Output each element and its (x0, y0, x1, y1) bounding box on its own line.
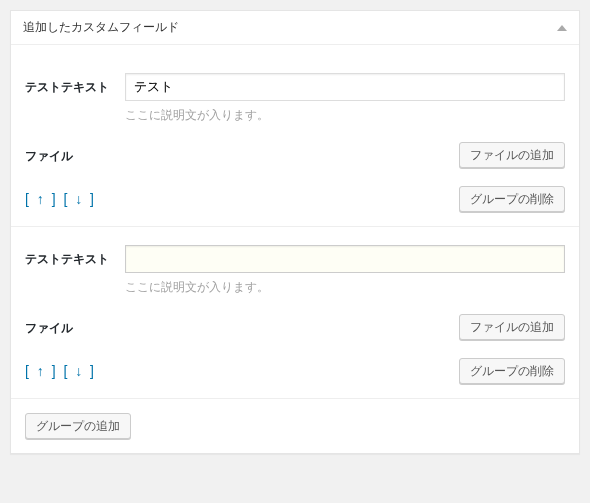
group-footer: [ ↑ ] [ ↓ ] グループの削除 (25, 186, 565, 212)
panel-body: テストテキスト ここに説明文が入ります。 ファイル ファイルの追加 [ ↑ ] … (11, 45, 579, 398)
text-field-description: ここに説明文が入ります。 (125, 279, 565, 296)
file-field-control: ファイルの追加 (125, 314, 565, 340)
file-field-label: ファイル (25, 314, 125, 337)
move-arrows: [ ↑ ] [ ↓ ] (25, 363, 96, 379)
field-group: テストテキスト ここに説明文が入ります。 ファイル ファイルの追加 [ ↑ ] … (11, 226, 579, 398)
text-field-row: テストテキスト ここに説明文が入ります。 (25, 245, 565, 296)
text-input[interactable] (125, 245, 565, 273)
file-field-row: ファイル ファイルの追加 (25, 142, 565, 168)
panel-title: 追加したカスタムフィールド (23, 19, 179, 36)
file-field-row: ファイル ファイルの追加 (25, 314, 565, 340)
panel-footer: グループの追加 (11, 398, 579, 453)
text-field-label: テストテキスト (25, 73, 125, 96)
text-field-description: ここに説明文が入ります。 (125, 107, 565, 124)
add-group-button[interactable]: グループの追加 (25, 413, 131, 439)
delete-group-button[interactable]: グループの削除 (459, 358, 565, 384)
panel-header: 追加したカスタムフィールド (11, 11, 579, 45)
collapse-icon[interactable] (557, 25, 567, 31)
arrow-down-icon[interactable]: [ ↓ ] (63, 363, 96, 379)
add-file-button[interactable]: ファイルの追加 (459, 314, 565, 340)
field-group: テストテキスト ここに説明文が入ります。 ファイル ファイルの追加 [ ↑ ] … (11, 55, 579, 226)
add-file-button[interactable]: ファイルの追加 (459, 142, 565, 168)
text-field-control: ここに説明文が入ります。 (125, 73, 565, 124)
custom-fields-panel: 追加したカスタムフィールド テストテキスト ここに説明文が入ります。 ファイル … (10, 10, 580, 454)
arrow-down-icon[interactable]: [ ↓ ] (63, 191, 96, 207)
arrow-up-icon[interactable]: [ ↑ ] (25, 363, 58, 379)
arrow-up-icon[interactable]: [ ↑ ] (25, 191, 58, 207)
move-arrows: [ ↑ ] [ ↓ ] (25, 191, 96, 207)
file-field-label: ファイル (25, 142, 125, 165)
group-footer: [ ↑ ] [ ↓ ] グループの削除 (25, 358, 565, 384)
text-field-control: ここに説明文が入ります。 (125, 245, 565, 296)
delete-group-button[interactable]: グループの削除 (459, 186, 565, 212)
text-field-row: テストテキスト ここに説明文が入ります。 (25, 73, 565, 124)
text-field-label: テストテキスト (25, 245, 125, 268)
text-input[interactable] (125, 73, 565, 101)
file-field-control: ファイルの追加 (125, 142, 565, 168)
